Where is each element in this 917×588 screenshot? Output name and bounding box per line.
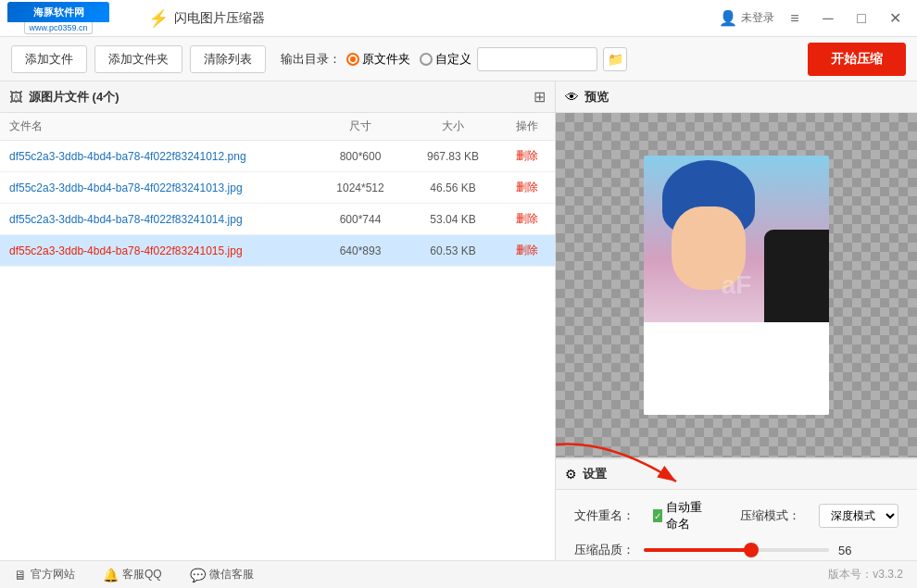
qq-label: 客服QQ: [122, 567, 162, 582]
image-icon: 🖼: [9, 89, 23, 105]
file-row[interactable]: df55c2a3-3ddb-4bd4-ba78-4f022f83241014.j…: [0, 204, 555, 235]
add-folder-button[interactable]: 添加文件夹: [94, 45, 182, 73]
slider-fill: [644, 548, 747, 552]
clear-list-button[interactable]: 清除列表: [190, 45, 266, 73]
title-controls: 👤 未登录 ≡ ─ □ ✕: [719, 6, 908, 31]
file-dimension: 600*744: [314, 213, 407, 226]
preview-header: 👁 预览: [556, 81, 917, 113]
version-text: 版本号：v3.3.2: [828, 567, 903, 582]
file-action: 删除: [499, 243, 555, 258]
settings-section: ⚙ 设置 文件重名： 自动重命名 压缩模式： 深度模式 普通模式 无损模式: [556, 458, 917, 560]
file-dimension: 800*600: [314, 150, 407, 163]
wechat-link[interactable]: 💬 微信客服: [190, 567, 254, 582]
file-name[interactable]: df55c2a3-3ddb-4bd4-ba78-4f022f83241013.j…: [0, 181, 314, 194]
custom-path-input[interactable]: [477, 47, 597, 71]
close-button[interactable]: ✕: [882, 6, 908, 31]
file-list: df55c2a3-3ddb-4bd4-ba78-4f022f83241012.p…: [0, 141, 555, 560]
logo-url: www.pc0359.cn: [24, 22, 92, 34]
start-button-wrap: 开始压缩: [808, 43, 906, 76]
preview-title: 预览: [584, 89, 609, 106]
col-header-name: 文件名: [0, 119, 314, 134]
radio-custom-label: 自定义: [435, 51, 471, 68]
compress-mode-select[interactable]: 深度模式 普通模式 无损模式: [819, 504, 898, 528]
add-file-button[interactable]: 添加文件: [11, 45, 87, 73]
preview-canvas: aF: [556, 113, 917, 457]
qq-icon: 🔔: [103, 568, 119, 582]
file-action: 删除: [499, 180, 555, 195]
slider-thumb[interactable]: [744, 543, 759, 557]
delete-button[interactable]: 删除: [516, 149, 538, 162]
qq-link[interactable]: 🔔 客服QQ: [103, 567, 162, 582]
watermark-text: aF: [722, 270, 752, 300]
website-label: 官方网站: [31, 567, 75, 582]
grid-view-icon[interactable]: ⊞: [534, 88, 546, 106]
file-name[interactable]: df55c2a3-3ddb-4bd4-ba78-4f022f83241012.p…: [0, 150, 314, 163]
file-list-title: 源图片文件 (4个): [29, 89, 119, 106]
logo-watermark: 海豚软件网 www.pc0359.cn: [7, 2, 109, 34]
wechat-icon: 💬: [190, 568, 206, 582]
radio-original-label: 原文件夹: [362, 51, 410, 68]
logo-site-text: 海豚软件网: [33, 6, 84, 19]
col-header-dimension: 尺寸: [314, 119, 407, 134]
output-radio-group: 原文件夹 自定义: [346, 51, 471, 68]
file-name[interactable]: df55c2a3-3ddb-4bd4-ba78-4f022f83241015.j…: [0, 244, 314, 257]
quality-value: 56: [838, 544, 861, 557]
radio-custom-dot: [420, 53, 433, 66]
app-icon: ⚡: [148, 8, 169, 29]
radio-custom[interactable]: 自定义: [420, 51, 471, 68]
preview-image: aF: [644, 156, 829, 415]
output-dir-label: 输出目录：: [281, 51, 341, 68]
output-dir-group: 输出目录： 原文件夹 自定义 📁: [281, 47, 627, 71]
file-list-header: 🖼 源图片文件 (4个) ⊞: [0, 81, 555, 113]
col-header-size: 大小: [407, 119, 499, 134]
settings-body: 文件重名： 自动重命名 压缩模式： 深度模式 普通模式 无损模式 压缩品质：: [556, 490, 917, 568]
delete-button[interactable]: 删除: [516, 181, 538, 194]
radio-original[interactable]: 原文件夹: [346, 51, 410, 68]
file-row[interactable]: df55c2a3-3ddb-4bd4-ba78-4f022f83241015.j…: [0, 235, 555, 267]
delete-button[interactable]: 删除: [516, 244, 538, 256]
app-title: 闪电图片压缩器: [174, 10, 265, 27]
file-dimension: 640*893: [314, 244, 407, 257]
monitor-icon: 🖥: [14, 568, 27, 582]
auto-rename-checkbox[interactable]: [653, 509, 662, 522]
quality-slider[interactable]: [644, 548, 829, 552]
auto-rename-label: 自动重命名: [666, 499, 703, 532]
user-icon: 👤: [719, 9, 737, 27]
settings-title: 设置: [583, 466, 607, 482]
file-size: 53.04 KB: [407, 213, 499, 226]
compress-mode-label: 压缩模式：: [740, 507, 800, 524]
file-action: 删除: [499, 148, 555, 164]
delete-button[interactable]: 删除: [516, 212, 538, 225]
quality-slider-wrap: 56: [644, 544, 898, 557]
settings-header: ⚙ 设置: [556, 458, 917, 490]
settings-row-rename: 文件重名： 自动重命名 压缩模式： 深度模式 普通模式 无损模式: [574, 499, 898, 532]
col-header-action: 操作: [499, 119, 555, 134]
main-content: 🖼 源图片文件 (4个) ⊞ 文件名 尺寸 大小 操作 df55c2a3-3dd…: [0, 81, 917, 560]
auto-rename-checkbox-item[interactable]: 自动重命名: [653, 499, 703, 532]
menu-button[interactable]: ≡: [782, 6, 808, 31]
file-row[interactable]: df55c2a3-3ddb-4bd4-ba78-4f022f83241012.p…: [0, 141, 555, 172]
preview-icon: 👁: [565, 89, 579, 105]
browse-folder-button[interactable]: 📁: [603, 47, 627, 71]
user-info: 👤 未登录: [719, 9, 774, 27]
website-link[interactable]: 🖥 官方网站: [14, 567, 75, 582]
file-dimension: 1024*512: [314, 181, 407, 194]
user-label: 未登录: [741, 10, 774, 26]
file-row[interactable]: df55c2a3-3ddb-4bd4-ba78-4f022f83241013.j…: [0, 172, 555, 204]
minimize-button[interactable]: ─: [815, 6, 841, 31]
wechat-label: 微信客服: [209, 567, 254, 582]
toolbar: 添加文件 添加文件夹 清除列表 输出目录： 原文件夹 自定义 📁 开始压缩: [0, 37, 917, 81]
title-bar: 海豚软件网 www.pc0359.cn ⚡ 闪电图片压缩器 👤 未登录 ≡ ─ …: [0, 0, 917, 37]
settings-row-quality: 压缩品质： 56: [574, 542, 898, 558]
radio-original-dot: [346, 53, 359, 66]
settings-icon: ⚙: [565, 467, 577, 482]
start-compress-button[interactable]: 开始压缩: [808, 43, 906, 76]
file-size: 967.83 KB: [407, 150, 499, 163]
file-size: 46.56 KB: [407, 181, 499, 194]
file-name[interactable]: df55c2a3-3ddb-4bd4-ba78-4f022f83241014.j…: [0, 213, 314, 226]
file-action: 删除: [499, 211, 555, 227]
left-panel: 🖼 源图片文件 (4个) ⊞ 文件名 尺寸 大小 操作 df55c2a3-3dd…: [0, 81, 556, 560]
right-panel: 👁 预览 aF: [556, 81, 917, 560]
body-shape: [644, 322, 829, 415]
maximize-button[interactable]: □: [848, 6, 874, 31]
